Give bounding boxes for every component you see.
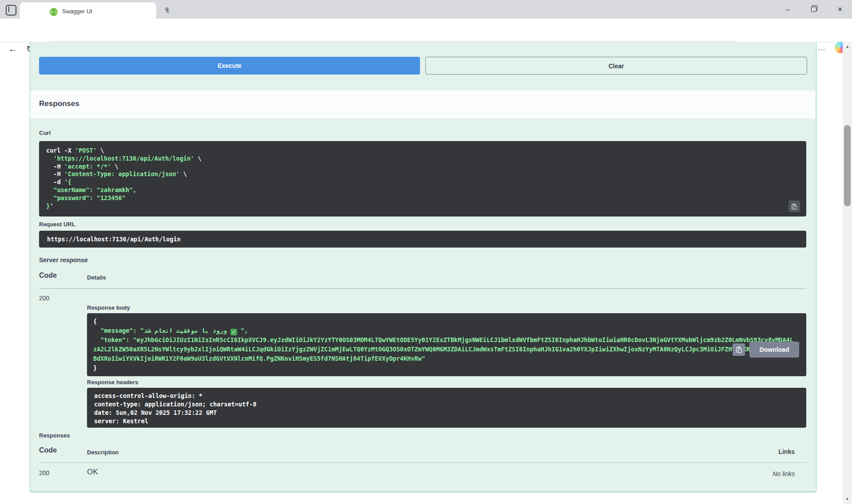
new-tab-button[interactable]: + xyxy=(161,4,173,15)
swagger-favicon-icon: {⋯} xyxy=(50,8,58,16)
window-close-button[interactable]: × xyxy=(830,0,850,19)
table-row-links: No links xyxy=(773,470,795,477)
tab-tile-icon[interactable] xyxy=(6,5,16,16)
code-column-header: Code xyxy=(39,272,57,280)
settings-menu-icon[interactable]: … xyxy=(816,43,828,55)
table-row-code: 200 xyxy=(39,469,49,476)
scrollbar-down-arrow[interactable]: ▼ xyxy=(843,495,852,503)
browser-tab[interactable]: {⋯} Swagger UI × xyxy=(20,2,156,19)
curl-command: curl -X 'POST' \ 'https://localhost:7136… xyxy=(39,141,806,216)
curl-code-block: curl -X 'POST' \ 'https://localhost:7136… xyxy=(39,141,806,217)
request-url-bar: https://localhost:7136/api/Auth/login xyxy=(39,231,806,248)
tab-title: Swagger UI xyxy=(62,8,92,15)
scrollbar-up-arrow[interactable]: ▲ xyxy=(843,43,852,51)
curl-label: Curl xyxy=(39,130,51,136)
back-button[interactable]: ← xyxy=(6,43,20,56)
response-headers-text: access-control-allow-origin: * content-t… xyxy=(87,388,806,429)
description-column-header: Description xyxy=(87,449,119,456)
response-body-label: Response body xyxy=(87,304,130,311)
browser-toolbar: ← ↻ https://localhost:7136/swagger/index… xyxy=(0,19,852,42)
clear-button[interactable]: Clear xyxy=(425,57,807,75)
responses-section-title: Responses xyxy=(39,99,79,108)
download-button[interactable]: Download xyxy=(749,342,799,358)
links-column-header: Links xyxy=(778,448,795,455)
responses-header-band: Responses xyxy=(30,90,815,119)
curl-copy-button[interactable] xyxy=(789,201,800,212)
page-scrollbar[interactable] xyxy=(843,42,852,504)
table-divider xyxy=(39,288,806,289)
details-column-header: Details xyxy=(87,274,106,281)
scrollbar-thumb[interactable] xyxy=(844,125,851,206)
execute-button[interactable]: Execute xyxy=(39,57,420,75)
request-url-label: Request URL xyxy=(39,221,75,228)
table-row-description: OK xyxy=(87,468,98,476)
code-column-header: Code xyxy=(39,446,57,454)
window-minimize-button[interactable]: – xyxy=(777,0,798,19)
restore-icon xyxy=(811,7,816,12)
response-headers-block: access-control-allow-origin: * content-t… xyxy=(87,388,806,428)
server-response-title: Server response xyxy=(39,256,88,264)
request-url-value: https://localhost:7136/api/Auth/login xyxy=(47,236,181,243)
response-body-json: { "message": "ورود با موفقیت انجام شد ✓ … xyxy=(87,313,806,376)
status-code: 200 xyxy=(39,295,49,302)
clipboard-icon xyxy=(791,203,797,210)
clipboard-icon xyxy=(736,346,742,353)
response-body-copy-button[interactable] xyxy=(733,343,745,356)
table-divider xyxy=(39,462,806,463)
response-headers-label: Response headers xyxy=(87,379,139,386)
window-restore-button[interactable] xyxy=(804,0,824,19)
responses-table-title: Responses xyxy=(39,432,70,439)
response-body-block: { "message": "ورود با موفقیت انجام شد ✓ … xyxy=(87,313,806,376)
browser-titlebar: {⋯} Swagger UI × + – × xyxy=(0,0,852,19)
